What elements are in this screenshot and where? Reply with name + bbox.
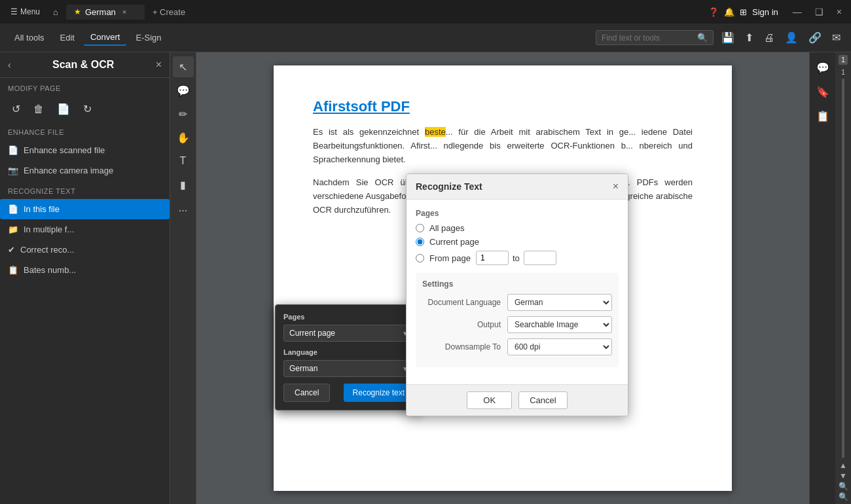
bates-numb-item[interactable]: 📋 Bates numb...	[0, 260, 170, 280]
popup-language-select[interactable]: German	[283, 360, 414, 377]
extract-button[interactable]: 📄	[53, 99, 74, 119]
scan-ocr-panel: ‹ Scan & OCR × MODIFY PAGE ↺ 🗑 📄 ↻ ENHAN…	[0, 52, 170, 504]
output-label: Output	[422, 320, 507, 329]
plus-icon: +	[153, 7, 158, 17]
modal-close-button[interactable]: ×	[613, 181, 619, 192]
modal-title: Recognize Text	[416, 181, 482, 192]
current-page-option[interactable]: Current page	[416, 237, 619, 247]
modal-footer: OK Cancel	[407, 384, 628, 416]
enhance-scanned-item[interactable]: 📄 Enhance scanned file	[0, 140, 170, 160]
doc-language-select[interactable]: German	[507, 294, 612, 311]
popup-recognize-button[interactable]: Recognize text	[344, 384, 414, 402]
bell-icon[interactable]: 🔔	[724, 7, 734, 17]
correct-reco-item[interactable]: ✔ Correct reco...	[0, 240, 170, 260]
comment-sidebar-button[interactable]: 💬	[812, 58, 833, 78]
new-tab-button[interactable]: + Create	[147, 5, 190, 20]
close-button[interactable]: ×	[833, 5, 846, 18]
user-icon[interactable]: 👤	[782, 29, 801, 46]
upload-icon[interactable]: ⬆	[742, 29, 756, 46]
pointer-tool[interactable]: ↖	[173, 56, 194, 77]
print-icon[interactable]: 🖨	[761, 29, 777, 46]
scroll-up-button[interactable]: ▲	[839, 461, 847, 470]
highlight-tool[interactable]: ▮	[173, 174, 194, 195]
right-sidebar: 💬 🔖 📋	[809, 52, 835, 504]
find-box[interactable]: 🔍	[596, 30, 714, 45]
main-content: ‹ Scan & OCR × MODIFY PAGE ↺ 🗑 📄 ↻ ENHAN…	[0, 52, 851, 504]
all-tools-button[interactable]: All tools	[8, 30, 51, 45]
document-title: Afirstsoft PDF	[313, 98, 693, 115]
link-icon[interactable]: 🔗	[806, 29, 824, 46]
in-multiple-icon: 📁	[8, 225, 18, 234]
help-icon[interactable]: ❓	[708, 7, 719, 17]
bates-numb-text: Bates numb...	[24, 265, 76, 275]
window-controls: — ❑ ×	[789, 5, 846, 18]
rotate-button[interactable]: ↻	[79, 99, 96, 119]
modal-title-bar: Recognize Text ×	[407, 174, 628, 200]
from-page-input[interactable]	[476, 251, 509, 265]
enhance-file-label: ENHANCE FILE	[0, 122, 170, 140]
correct-reco-icon: ✔	[8, 245, 15, 255]
hand-tool[interactable]: ✋	[173, 127, 194, 148]
pages-radio-group: All pages Current page From page to	[416, 223, 619, 265]
modal-cancel-button[interactable]: Cancel	[518, 391, 567, 409]
top-right-area: ❓ 🔔 ⊞ Sign in — ❑ ×	[708, 5, 846, 18]
all-pages-radio[interactable]	[416, 224, 424, 232]
panel-close-button[interactable]: ×	[156, 59, 162, 71]
correct-reco-text: Correct reco...	[20, 245, 74, 255]
apps-icon[interactable]: ⊞	[740, 7, 747, 17]
convert-button[interactable]: Convert	[84, 29, 127, 46]
sign-in-button[interactable]: Sign in	[752, 7, 778, 17]
enhance-camera-item[interactable]: 📷 Enhance camera image	[0, 160, 170, 181]
panel-header: ‹ Scan & OCR ×	[0, 52, 170, 78]
text-tool[interactable]: T	[173, 151, 194, 171]
output-select[interactable]: Searchable Image	[507, 316, 612, 333]
from-page-option[interactable]: From page to	[416, 251, 619, 265]
scroll-down-button[interactable]: ▼	[839, 471, 847, 480]
panel-back-button[interactable]: ‹	[8, 60, 11, 70]
recognize-text-label: RECOGNIZE TEXT	[0, 181, 170, 199]
save-icon[interactable]: 💾	[719, 29, 737, 46]
pen-tool[interactable]: ✏	[173, 103, 194, 124]
to-page-input[interactable]	[524, 251, 556, 265]
zoom-in-button[interactable]: 🔍	[839, 482, 848, 491]
edit-button[interactable]: Edit	[54, 30, 81, 45]
comment-tool[interactable]: 💬	[173, 80, 194, 101]
find-icon: 🔍	[697, 33, 708, 43]
toolbar: All tools Edit Convert E-Sign 🔍 💾 ⬆ 🖨 👤 …	[0, 24, 851, 52]
home-button[interactable]: ⌂	[48, 5, 63, 20]
popup-language-select-wrapper: German	[283, 360, 414, 377]
in-this-file-popup: ⚙ Pages Current page Language German Can…	[275, 304, 422, 410]
e-sign-button[interactable]: E-Sign	[129, 30, 168, 45]
document-area: Afirstsoft PDF Es ist als gekennzeichnet…	[196, 52, 809, 504]
in-this-file-item[interactable]: 📄 In this file	[0, 199, 170, 219]
tab-close-button[interactable]: ×	[122, 8, 126, 16]
popup-cancel-button[interactable]: Cancel	[283, 384, 330, 402]
toolbar-right: 🔍 💾 ⬆ 🖨 👤 🔗 ✉	[596, 29, 843, 46]
in-multiple-files-item[interactable]: 📁 In multiple f...	[0, 219, 170, 240]
in-this-file-icon: 📄	[8, 204, 18, 214]
delete-button[interactable]: 🗑	[29, 99, 48, 119]
zoom-out-button[interactable]: 🔍	[839, 492, 848, 501]
all-pages-option[interactable]: All pages	[416, 223, 619, 233]
restore-button[interactable]: ❑	[811, 5, 827, 18]
modify-page-actions: ↺ 🗑 📄 ↻	[0, 96, 170, 122]
document-tab[interactable]: ★ German ×	[66, 5, 145, 20]
copy-sidebar-button[interactable]: 📋	[812, 106, 833, 126]
modal-ok-button[interactable]: OK	[467, 391, 512, 409]
more-tools[interactable]: ...	[173, 198, 194, 219]
modal-settings-section: Settings Document Language German Output…	[416, 273, 619, 367]
minimize-button[interactable]: —	[789, 5, 806, 18]
scroll-track[interactable]	[842, 79, 844, 458]
current-page-radio[interactable]	[416, 238, 424, 246]
undo-button[interactable]: ↺	[8, 99, 24, 119]
share-icon[interactable]: ✉	[829, 29, 843, 46]
find-input[interactable]	[602, 33, 693, 43]
document-paragraph1: Es ist als gekennzeichnet beste... für d…	[313, 126, 693, 166]
from-page-radio[interactable]	[416, 254, 424, 262]
popup-pages-select[interactable]: Current page	[283, 325, 414, 342]
menu-button[interactable]: ☰ Menu	[5, 5, 45, 19]
bates-icon: 📋	[8, 265, 18, 275]
downsample-select[interactable]: 600 dpi	[507, 338, 612, 355]
bookmark-sidebar-button[interactable]: 🔖	[812, 82, 833, 102]
doc-language-row: Document Language German	[422, 294, 612, 311]
